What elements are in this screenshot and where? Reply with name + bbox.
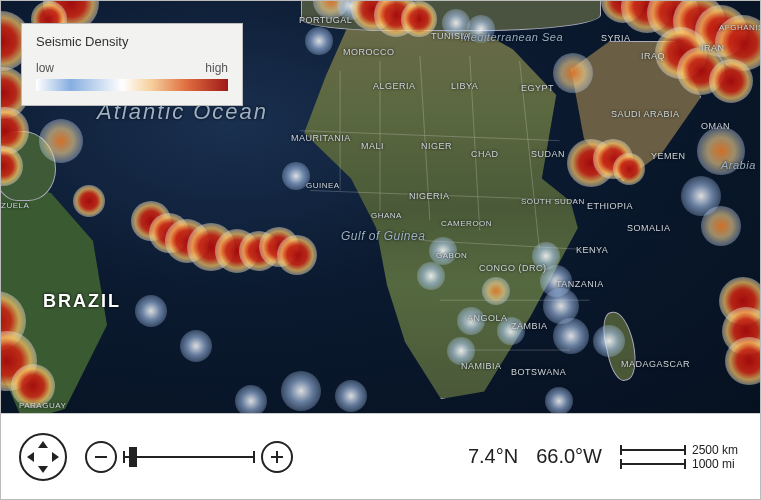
legend-gradient bbox=[36, 79, 228, 91]
zoom-out-button[interactable] bbox=[85, 441, 117, 473]
svg-rect-12 bbox=[276, 451, 278, 463]
scale-km: 2500 km bbox=[686, 443, 742, 457]
zoom-control bbox=[85, 441, 293, 473]
map-controls: 7.4°N 66.0°W 2500 km 1000 mi bbox=[1, 413, 760, 499]
pan-control[interactable] bbox=[19, 433, 67, 481]
pan-up-icon[interactable] bbox=[38, 441, 48, 448]
coord-lat: 7.4°N bbox=[468, 445, 518, 468]
coord-lon: 66.0°W bbox=[536, 445, 602, 468]
minus-icon bbox=[93, 449, 109, 465]
scale-mi: 1000 mi bbox=[686, 457, 742, 471]
zoom-slider[interactable] bbox=[123, 454, 255, 460]
zoom-in-button[interactable] bbox=[261, 441, 293, 473]
landmass-europe bbox=[301, 1, 601, 31]
pan-left-icon[interactable] bbox=[27, 452, 34, 462]
zoom-slider-thumb[interactable] bbox=[129, 447, 137, 467]
map-widget: Sargasso Sea Atlantic Ocean Gulf of Guin… bbox=[0, 0, 761, 500]
legend-scale: low high bbox=[36, 61, 228, 91]
pan-right-icon[interactable] bbox=[52, 452, 59, 462]
plus-icon bbox=[269, 449, 285, 465]
map-canvas[interactable]: Sargasso Sea Atlantic Ocean Gulf of Guin… bbox=[1, 1, 760, 414]
legend-title: Seismic Density bbox=[36, 34, 228, 49]
scale-bar: 2500 km 1000 mi bbox=[620, 443, 742, 471]
pan-down-icon[interactable] bbox=[38, 466, 48, 473]
legend-panel: Seismic Density low high bbox=[21, 23, 243, 106]
legend-high-label: high bbox=[205, 61, 228, 75]
svg-rect-10 bbox=[95, 456, 107, 458]
legend-low-label: low bbox=[36, 61, 54, 75]
coordinate-readout: 7.4°N 66.0°W bbox=[468, 445, 602, 468]
